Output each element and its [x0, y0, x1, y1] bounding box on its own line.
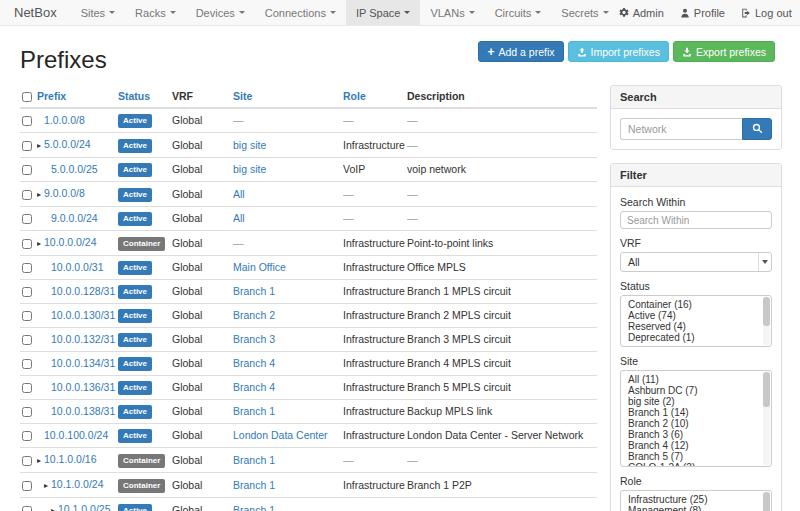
scrollbar-thumb[interactable]	[763, 492, 770, 511]
row-checkbox[interactable]	[22, 506, 32, 511]
site-link[interactable]: Branch 1	[233, 405, 275, 417]
site-link[interactable]: Branch 1	[233, 285, 275, 297]
search-within-input[interactable]	[620, 211, 772, 229]
prefix-link[interactable]: 5.0.0.0/25	[51, 163, 98, 175]
import-prefixes-button[interactable]: Import prefixes	[568, 41, 669, 62]
vrf-select[interactable]: All	[620, 252, 772, 272]
prefix-link[interactable]: 10.0.100.0/24	[44, 429, 108, 441]
prefix-link[interactable]: 10.0.0.132/31	[51, 333, 115, 345]
status-option[interactable]: Deprecated (1)	[621, 332, 771, 343]
status-cell: Container	[118, 231, 172, 256]
row-checkbox[interactable]	[22, 311, 32, 321]
status-option[interactable]: Container (16)	[621, 299, 771, 310]
prefix-link[interactable]: 5.0.0.0/24	[44, 138, 91, 150]
site-link[interactable]: Branch 4	[233, 381, 275, 393]
site-option[interactable]: All (11)	[621, 374, 771, 385]
nav-item-devices[interactable]: Devices	[186, 0, 255, 25]
prefix-link[interactable]: 10.0.0.0/24	[44, 236, 97, 248]
nav-item-sites[interactable]: Sites	[71, 0, 125, 25]
column-header-status[interactable]: Status	[118, 85, 172, 108]
column-header-role[interactable]: Role	[343, 85, 407, 108]
site-link[interactable]: Branch 1	[233, 504, 275, 511]
prefix-link[interactable]: 10.1.0.0/16	[44, 453, 97, 465]
status-option[interactable]: Active (74)	[621, 310, 771, 321]
site-link[interactable]: All	[233, 188, 245, 200]
site-option[interactable]: Branch 5 (7)	[621, 451, 771, 462]
column-header-prefix[interactable]: Prefix	[37, 85, 118, 108]
row-checkbox[interactable]	[22, 287, 32, 297]
prefix-link[interactable]: 10.0.0.130/31	[51, 309, 115, 321]
search-input[interactable]	[620, 118, 742, 140]
prefix-link[interactable]: 10.1.0.0/25	[58, 503, 111, 511]
site-option[interactable]: Ashburn DC (7)	[621, 385, 771, 396]
site-link[interactable]: London Data Center	[233, 429, 328, 441]
site-option[interactable]: Branch 1 (14)	[621, 407, 771, 418]
status-option[interactable]: Reserved (4)	[621, 321, 771, 332]
row-checkbox[interactable]	[22, 481, 32, 491]
site-link[interactable]: Branch 3	[233, 333, 275, 345]
prefix-cell: 1.0.0.0/8	[37, 108, 118, 133]
site-option[interactable]: big site (2)	[621, 396, 771, 407]
nav-item-racks[interactable]: Racks	[125, 0, 186, 25]
status-badge: Active	[118, 405, 152, 419]
site-option[interactable]: COLO-1-2A (2)	[621, 462, 771, 467]
nav-item-vlans[interactable]: VLANs	[420, 0, 484, 25]
role-listbox[interactable]: Infrastructure (25)Management (8)Private…	[620, 490, 772, 511]
site-link[interactable]: Branch 2	[233, 309, 275, 321]
row-checkbox[interactable]	[22, 116, 32, 126]
nav-item-logout[interactable]: Log out	[741, 7, 792, 19]
scrollbar-thumb[interactable]	[763, 372, 770, 407]
site-option[interactable]: Branch 2 (10)	[621, 418, 771, 429]
row-checkbox[interactable]	[22, 214, 32, 224]
prefix-link[interactable]: 10.0.0.0/31	[51, 261, 104, 273]
prefix-link[interactable]: 10.1.0.0/24	[51, 478, 104, 490]
row-checkbox[interactable]	[22, 456, 32, 466]
row-checkbox[interactable]	[22, 383, 32, 393]
row-checkbox[interactable]	[22, 263, 32, 273]
site-listbox[interactable]: All (11)Ashburn DC (7)big site (2)Branch…	[620, 370, 772, 467]
nav-item-admin[interactable]: Admin	[619, 7, 664, 19]
site-option[interactable]: Branch 4 (12)	[621, 440, 771, 451]
row-checkbox[interactable]	[22, 141, 32, 151]
site-link[interactable]: Branch 1	[233, 454, 275, 466]
nav-item-secrets[interactable]: Secrets	[551, 0, 618, 25]
select-all-checkbox[interactable]	[22, 92, 32, 102]
site-link[interactable]: Branch 4	[233, 357, 275, 369]
nav-item-profile[interactable]: Profile	[680, 7, 725, 19]
search-button[interactable]	[742, 118, 772, 140]
row-checkbox[interactable]	[22, 359, 32, 369]
prefix-link[interactable]: 10.0.0.134/31	[51, 357, 115, 369]
column-header-site[interactable]: Site	[233, 85, 343, 108]
row-checkbox[interactable]	[22, 190, 32, 200]
prefix-link[interactable]: 1.0.0.0/8	[44, 114, 85, 126]
role-option[interactable]: Management (8)	[621, 505, 771, 511]
row-checkbox[interactable]	[22, 239, 32, 249]
site-link[interactable]: big site	[233, 139, 266, 151]
nav-item-connections[interactable]: Connections	[255, 0, 346, 25]
prefix-link[interactable]: 10.0.0.136/31	[51, 381, 115, 393]
site-link[interactable]: All	[233, 212, 245, 224]
prefix-link[interactable]: 9.0.0.0/8	[44, 187, 85, 199]
role-cell: Infrastructure	[343, 256, 407, 280]
gear-icon	[619, 8, 629, 18]
site-link[interactable]: big site	[233, 163, 266, 175]
site-link[interactable]: Branch 1	[233, 479, 275, 491]
export-prefixes-button[interactable]: Export prefixes	[673, 41, 775, 62]
site-cell: Branch 3	[233, 328, 343, 352]
row-checkbox[interactable]	[22, 335, 32, 345]
site-option[interactable]: Branch 3 (6)	[621, 429, 771, 440]
prefix-link[interactable]: 10.0.0.138/31	[51, 405, 115, 417]
nav-item-circuits[interactable]: Circuits	[485, 0, 552, 25]
row-checkbox[interactable]	[22, 165, 32, 175]
status-listbox[interactable]: Container (16)Active (74)Reserved (4)Dep…	[620, 295, 772, 347]
prefix-link[interactable]: 9.0.0.0/24	[51, 212, 98, 224]
row-checkbox[interactable]	[22, 407, 32, 417]
add-prefix-button[interactable]: + Add a prefix	[478, 41, 563, 62]
role-option[interactable]: Infrastructure (25)	[621, 494, 771, 505]
site-link[interactable]: Main Office	[233, 261, 286, 273]
row-checkbox[interactable]	[22, 431, 32, 441]
scrollbar-thumb[interactable]	[763, 297, 770, 326]
brand-netbox[interactable]: NetBox	[14, 0, 57, 25]
nav-item-ip-space[interactable]: IP Space	[346, 0, 420, 25]
prefix-link[interactable]: 10.0.0.128/31	[51, 285, 115, 297]
